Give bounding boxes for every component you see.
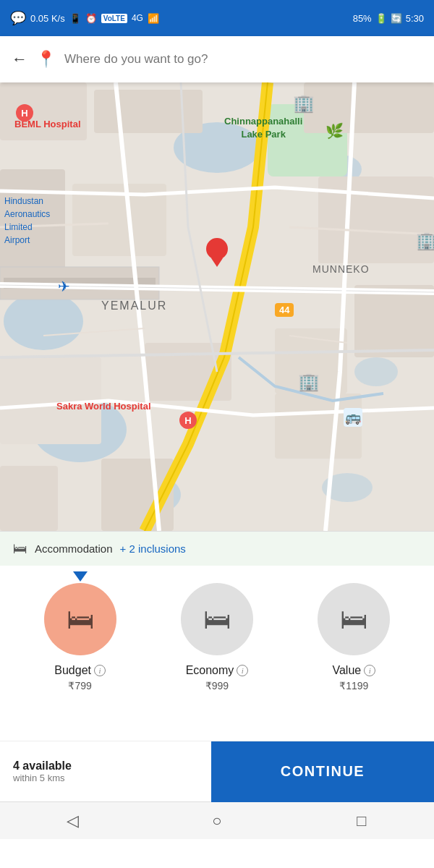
- building-icon-1: 🏢: [293, 93, 315, 114]
- battery-icon: 🔋: [375, 13, 387, 24]
- network-icon: 4G: [132, 13, 143, 23]
- economy-circle[interactable]: 🛏: [181, 583, 253, 655]
- selection-arrow: [73, 571, 88, 582]
- budget-option[interactable]: 🛏 Budget i ₹799: [22, 583, 138, 692]
- budget-bed-icon: 🛏: [67, 604, 94, 635]
- budget-name: Budget i: [54, 664, 106, 677]
- nav-recents-button[interactable]: □: [340, 812, 383, 830]
- economy-info-icon[interactable]: i: [237, 665, 248, 676]
- svg-rect-13: [304, 82, 434, 133]
- nav-back-button[interactable]: ◁: [51, 812, 94, 830]
- search-bar: ← 📍: [0, 36, 434, 82]
- accommodation-bar: 🛏 Accommodation + 2 inclusions: [0, 531, 434, 566]
- speed-indicator: 0.05 K/s: [30, 13, 65, 24]
- sakra-icon: H: [179, 412, 197, 429]
- inclusions-label[interactable]: + 2 inclusions: [120, 542, 186, 555]
- economy-option[interactable]: 🛏 Economy i ₹999: [159, 583, 275, 692]
- svg-rect-14: [0, 169, 65, 271]
- economy-bed-icon: 🛏: [203, 604, 231, 635]
- continue-button[interactable]: CONTINUE: [211, 741, 434, 802]
- svg-rect-11: [0, 82, 87, 140]
- economy-name: Economy i: [186, 664, 249, 677]
- budget-info-icon[interactable]: i: [94, 665, 106, 676]
- svg-rect-12: [94, 90, 203, 133]
- bus-icon: 🚌: [344, 408, 362, 427]
- svg-rect-20: [354, 285, 434, 357]
- value-info-icon[interactable]: i: [364, 665, 375, 676]
- economy-price: ₹999: [205, 680, 229, 692]
- budget-price: ₹799: [68, 680, 91, 692]
- room-options: 🛏 Budget i ₹799 🛏 Economy i ₹999 🛏 Value…: [0, 566, 434, 741]
- map-area[interactable]: BEML Hospital H ChinnappanahalliLake Par…: [0, 82, 434, 531]
- available-count: 4 available: [13, 760, 211, 773]
- status-left: 💬 0.05 K/s 📱 ⏰ VoLTE 4G 📶: [10, 10, 159, 26]
- back-button[interactable]: ←: [12, 50, 27, 69]
- building-icon-3: 🏢: [298, 372, 320, 392]
- bottom-bar: 4 available within 5 kms CONTINUE: [0, 741, 434, 801]
- volte-badge: VoLTE: [101, 14, 127, 23]
- location-pin-icon: 📍: [36, 50, 56, 69]
- phone-icon: 📱: [69, 13, 81, 24]
- svg-point-4: [4, 292, 83, 350]
- value-option[interactable]: 🛏 Value i ₹1199: [296, 583, 412, 692]
- sync-icon: 🔄: [391, 13, 402, 24]
- road-44-badge: 44: [275, 303, 294, 317]
- beml-hospital-icon: H: [16, 104, 33, 122]
- alarm-icon: ⏰: [85, 13, 97, 24]
- whatsapp-icon: 💬: [10, 10, 26, 26]
- value-bed-icon: 🛏: [340, 604, 367, 635]
- value-name: Value i: [332, 664, 375, 677]
- airport-icon: ✈: [58, 278, 70, 295]
- status-bar: 💬 0.05 K/s 📱 ⏰ VoLTE 4G 📶 85% 🔋 🔄 5:30: [0, 0, 434, 36]
- available-range: within 5 kms: [13, 773, 211, 783]
- value-circle[interactable]: 🛏: [318, 583, 390, 655]
- battery-percentage: 85%: [353, 13, 372, 24]
- svg-rect-21: [0, 466, 58, 531]
- signal-icon: 📶: [148, 13, 159, 24]
- selected-location-pin[interactable]: [206, 238, 228, 260]
- svg-point-7: [354, 357, 398, 386]
- search-input[interactable]: [64, 52, 422, 67]
- accommodation-label: Accommodation: [35, 542, 113, 555]
- status-right: 85% 🔋 🔄 5:30: [353, 13, 424, 24]
- building-icon-2: 🏢: [416, 231, 434, 251]
- available-info: 4 available within 5 kms: [0, 760, 211, 783]
- nav-home-button[interactable]: ○: [195, 812, 239, 830]
- bed-accommodation-icon: 🛏: [13, 540, 27, 557]
- nav-bar: ◁ ○ □: [0, 801, 434, 839]
- budget-circle[interactable]: 🛏: [44, 583, 116, 655]
- value-price: ₹1199: [339, 680, 368, 692]
- time-display: 5:30: [406, 13, 424, 24]
- park-icon: 🌿: [326, 122, 344, 140]
